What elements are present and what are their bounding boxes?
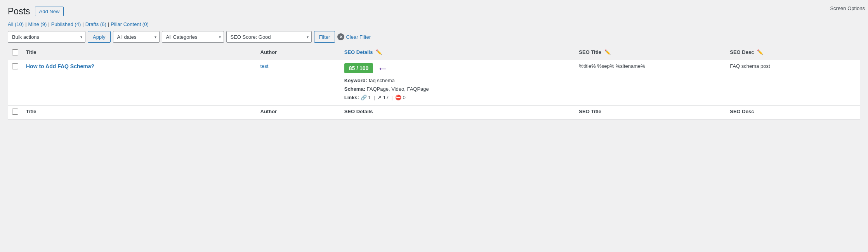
schema-label: Schema: — [344, 86, 365, 92]
nofollow-link-icon: ⛔ — [395, 95, 401, 100]
th-author: Author — [257, 46, 340, 60]
seo-meta: Keyword: faq schema Schema: FAQPage, Vid… — [344, 76, 571, 102]
clear-filter-label: Clear Filter — [346, 34, 371, 40]
tfoot-th-author: Author — [257, 105, 340, 119]
posts-table: Title Author SEO Details ✏️ SEO Title ✏️ — [8, 46, 860, 119]
filter-link-all[interactable]: All (10) — [8, 21, 24, 27]
keyword-label: Keyword: — [344, 78, 367, 83]
tfoot-seo-details-label: SEO Details — [344, 109, 373, 114]
th-seo-details-label: SEO Details — [344, 49, 373, 55]
row-checkbox-cell — [8, 60, 23, 105]
seo-title-edit-icon[interactable]: ✏️ — [604, 49, 611, 55]
th-author-label: Author — [260, 49, 277, 55]
dates-wrap: All dates ▾ — [113, 31, 160, 43]
row-seo-desc-cell: FAQ schema post — [726, 60, 860, 105]
tfoot-author-label: Author — [260, 109, 277, 114]
seo-score-badge: 85 / 100 — [344, 63, 373, 73]
links-nofollow-count: 0 — [403, 95, 406, 100]
filter-button[interactable]: Filter — [314, 31, 335, 43]
tfoot-select-all-checkbox[interactable] — [12, 109, 18, 115]
seo-keyword-line: Keyword: faq schema — [344, 76, 571, 85]
row-seo-title-cell: %title% %sep% %sitename% — [575, 60, 726, 105]
tfoot-seo-title-label: SEO Title — [579, 109, 601, 114]
tfoot-seo-desc-label: SEO Desc — [730, 109, 754, 114]
filter-link-drafts[interactable]: Drafts (6) — [85, 21, 106, 27]
apply-button[interactable]: Apply — [88, 31, 111, 43]
row-seo-details-cell: 85 / 100 ← Keyword: faq schema Schema: — [340, 60, 575, 105]
clear-filter-icon: ✕ — [337, 33, 344, 40]
filter-link-pillar[interactable]: Pillar Content (0) — [111, 21, 149, 27]
links-external-count: 17 — [383, 95, 389, 100]
keyword-value: faq schema — [369, 78, 395, 83]
categories-select[interactable]: All Categories — [162, 31, 224, 43]
arrow-icon: ← — [377, 63, 388, 74]
tfoot-th-seo-title: SEO Title — [575, 105, 726, 119]
tfoot-title-label: Title — [26, 109, 36, 114]
filter-links: All (10) | Mine (9) | Published (4) | Dr… — [8, 21, 860, 27]
tfoot-checkbox — [8, 105, 23, 119]
th-seo-title-label: SEO Title — [579, 49, 601, 55]
filter-bar: Bulk actions Edit Move to Trash ▾ Apply … — [8, 31, 860, 46]
seo-title-value: %title% %sep% %sitename% — [579, 63, 645, 69]
bulk-actions-select[interactable]: Bulk actions Edit Move to Trash — [8, 31, 85, 43]
post-title-link[interactable]: How to Add FAQ Schema? — [26, 63, 94, 69]
link-chain-icon: 🔗 — [361, 95, 367, 100]
th-title[interactable]: Title — [22, 46, 257, 60]
row-checkbox[interactable] — [12, 63, 18, 69]
th-title-label: Title — [26, 49, 36, 55]
tfoot-th-title: Title — [22, 105, 257, 119]
seo-schema-line: Schema: FAQPage, Video, FAQPage — [344, 85, 571, 93]
tfoot-th-seo-details: SEO Details — [340, 105, 575, 119]
seo-score-row: 85 / 100 ← — [344, 63, 571, 74]
filter-link-published[interactable]: Published (4) — [51, 21, 81, 27]
page-title: Posts — [8, 6, 30, 17]
screen-options-button[interactable]: Screen Options — [827, 4, 868, 13]
seo-score-wrap: SEO Score: Good ▾ — [226, 31, 312, 43]
schema-value: FAQPage, Video, FAQPage — [367, 86, 429, 92]
table-footer-row: Title Author SEO Details SEO Title SEO D… — [8, 105, 860, 119]
th-checkbox — [8, 46, 23, 60]
seo-details-edit-icon[interactable]: ✏️ — [376, 49, 382, 55]
add-new-button[interactable]: Add New — [35, 7, 64, 16]
seo-desc-edit-icon[interactable]: ✏️ — [757, 49, 763, 55]
th-seo-desc-label: SEO Desc — [730, 49, 754, 55]
clear-filter-button[interactable]: ✕ Clear Filter — [337, 33, 371, 40]
links-internal-count: 1 — [368, 95, 371, 100]
seo-desc-value: FAQ schema post — [730, 63, 770, 69]
row-author-cell: test — [257, 60, 340, 105]
dates-select[interactable]: All dates — [113, 31, 160, 43]
links-label: Links: — [344, 95, 359, 100]
external-link-icon: ↗ — [377, 95, 382, 100]
select-all-checkbox[interactable] — [12, 49, 18, 55]
th-seo-title: SEO Title ✏️ — [575, 46, 726, 60]
author-link[interactable]: test — [260, 63, 269, 69]
seo-links-line: Links: 🔗 1 | ↗ 17 | ⛔ 0 — [344, 93, 571, 102]
row-title-cell: How to Add FAQ Schema? — [22, 60, 257, 105]
bulk-actions-wrap: Bulk actions Edit Move to Trash ▾ — [8, 31, 85, 43]
tfoot-th-seo-desc: SEO Desc — [726, 105, 860, 119]
categories-wrap: All Categories ▾ — [162, 31, 224, 43]
table-header-row: Title Author SEO Details ✏️ SEO Title ✏️ — [8, 46, 860, 60]
th-seo-desc: SEO Desc ✏️ — [726, 46, 860, 60]
seo-score-select[interactable]: SEO Score: Good — [226, 31, 312, 43]
filter-link-mine[interactable]: Mine (9) — [28, 21, 47, 27]
th-seo-details: SEO Details ✏️ — [340, 46, 575, 60]
table-row: How to Add FAQ Schema? test 85 / 100 ← — [8, 60, 860, 105]
